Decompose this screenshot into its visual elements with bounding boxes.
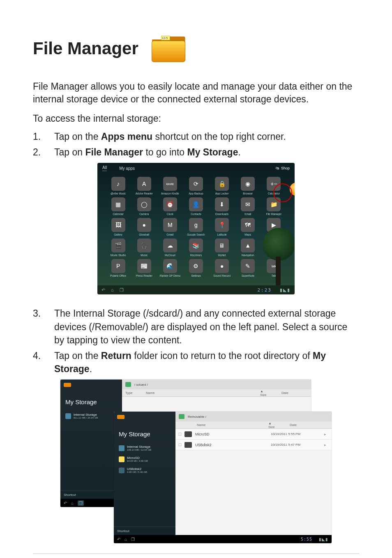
recent-icon[interactable]: ❐	[78, 500, 84, 506]
app-calendar[interactable]: ▦Calendar	[106, 197, 130, 215]
app-glowball[interactable]: ●Glowball	[132, 218, 156, 236]
source-internal[interactable]: Internal Storage148.14 MB / 12.94 GB	[114, 442, 175, 454]
app-email[interactable]: ✉Email	[236, 197, 260, 215]
status-icons: ▮◣▮	[280, 287, 291, 293]
internal-storage-icon	[65, 413, 71, 419]
col-name[interactable]: Name	[194, 423, 262, 427]
col-date[interactable]: Date	[286, 423, 332, 427]
file-row[interactable]: ☐USBdisk210/19/2011 5:47 PM▸	[175, 440, 332, 450]
shop-link[interactable]: 🛍 Shop	[276, 166, 290, 170]
app-settings[interactable]: ⚙Settings	[184, 259, 208, 277]
col-type[interactable]: Type	[122, 391, 143, 395]
step-num: 4.	[33, 349, 54, 375]
app-gmail[interactable]: MGmail	[158, 218, 182, 236]
source-internal[interactable]: Internal Storage811.11 MB / 25.94 GB	[60, 410, 122, 421]
app-clock[interactable]: ⏰Clock	[158, 197, 182, 215]
step-text: Tap on the Apps menu shortcut on the top…	[54, 130, 359, 143]
app-label: Latitude	[217, 233, 227, 236]
col-name[interactable]: Name	[143, 391, 254, 395]
app-icon: 🔒	[215, 177, 229, 191]
app-icon: 🗺	[241, 218, 255, 232]
app-camera[interactable]: ◯Camera	[132, 197, 156, 215]
app-icon: 📚	[189, 238, 203, 252]
app-icon: kindle	[163, 177, 177, 191]
checkbox[interactable]: ☐	[175, 443, 184, 447]
home-icon[interactable]: ⌂	[111, 287, 114, 292]
app-icon: ⬇	[215, 197, 229, 211]
checkbox[interactable]: ☐	[175, 432, 184, 436]
back-icon[interactable]: ↶	[117, 537, 120, 542]
file-date: 10/19/2011 5:47 PM	[271, 443, 324, 447]
app-google-search[interactable]: gGoogle Search	[184, 218, 208, 236]
app-riptide-gp-demo[interactable]: 🌊Riptide GP Demo	[158, 259, 182, 277]
app-supernote[interactable]: ✎SuperNote	[236, 259, 260, 277]
col-size[interactable]: ▲ Size	[254, 389, 278, 397]
app-amazon-kindle[interactable]: kindleAmazon Kindle	[158, 177, 182, 195]
app-sound-record[interactable]: ●Sound Record	[210, 259, 234, 277]
return-icon[interactable]	[179, 414, 184, 419]
app-maps[interactable]: 🗺Maps	[236, 218, 260, 236]
app-mycloud[interactable]: ☁MyCloud	[158, 238, 182, 257]
app--vibe-music[interactable]: ♪@vibe Music	[106, 177, 130, 195]
app-browser[interactable]: ◉Browser	[236, 177, 260, 195]
app-label: MyNet	[218, 254, 226, 257]
app-movie-studio[interactable]: 🎬Movie Studio	[106, 238, 130, 257]
app-icon: 🌊	[163, 259, 177, 273]
step-text: The Internal Storage (/sdcard/) and any …	[54, 307, 359, 347]
file-date: 10/19/2011 5:55 PM	[271, 432, 324, 436]
tab-my-apps[interactable]: My apps	[119, 166, 135, 171]
col-date[interactable]: Date	[278, 391, 311, 395]
source-usb[interactable]: USBdisk22.00 GB / 5.46 GB	[114, 465, 175, 476]
intro-text: File Manager allows you to easily locate…	[33, 80, 359, 106]
app-label: App Backup	[189, 192, 203, 195]
folder-icon: 12-5	[150, 33, 187, 64]
steps-list-b: 3. The Internal Storage (/sdcard/) and a…	[33, 307, 359, 375]
system-bar: ↶ ⌂ ❐ 5:55 ▮◣▮	[114, 535, 332, 543]
recent-icon[interactable]: ❐	[131, 537, 135, 542]
svg-rect-0	[152, 41, 185, 62]
app-label: Clock	[167, 213, 173, 215]
app-label: SuperNote	[242, 274, 254, 277]
source-microsd[interactable]: MicroSD64.00 kB / 3.69 GB	[114, 454, 175, 465]
step-num: 2.	[33, 146, 54, 159]
path-bar[interactable]: / sdcard /	[122, 380, 311, 389]
home-icon[interactable]: ⌂	[71, 501, 74, 505]
app-icon: 📰	[137, 259, 151, 273]
app-icon: M	[163, 218, 177, 232]
file-name: USBdisk2	[195, 443, 271, 447]
back-icon[interactable]: ↶	[101, 287, 105, 293]
app-polaris-office[interactable]: PPolaris Office	[106, 259, 130, 277]
app-latitude[interactable]: 📍Latitude	[210, 218, 234, 236]
app-mynet[interactable]: 🖥MyNet	[210, 238, 234, 257]
app-music[interactable]: 🎧Music	[132, 238, 156, 257]
app-label: Maps	[244, 233, 251, 236]
return-icon[interactable]	[125, 382, 131, 387]
app-icon: 📍	[215, 218, 229, 232]
usb-icon	[119, 468, 125, 473]
col-size[interactable]: ▲ Size	[262, 421, 286, 429]
app-app-locker[interactable]: 🔒App Locker	[210, 177, 234, 195]
app-gallery[interactable]: 🖼Gallery	[106, 218, 130, 236]
home-icon[interactable]: ⌂	[125, 537, 127, 542]
page-title: File Manager	[33, 39, 138, 58]
app-downloads[interactable]: ⬇Downloads	[210, 197, 234, 215]
chevron-right-icon: ▸	[324, 443, 332, 447]
app-label: App Locker	[215, 192, 229, 195]
app-press-reader[interactable]: 📰Press Reader	[132, 259, 156, 277]
app-icon: P	[111, 259, 125, 273]
app-contacts[interactable]: 👤Contacts	[184, 197, 208, 215]
path-bar[interactable]: Removable /	[175, 412, 332, 421]
app-app-backup[interactable]: ⟳App Backup	[184, 177, 208, 195]
folder-icon	[184, 442, 192, 448]
app-navigation[interactable]: ▲Navigation	[236, 238, 260, 257]
app-mylibrary[interactable]: 📚MyLibrary	[184, 238, 208, 257]
internal-storage-icon	[119, 445, 125, 451]
wallpaper-tree	[260, 228, 295, 285]
tab-all[interactable]: All	[102, 165, 107, 171]
app-label: Adobe Reader	[136, 192, 153, 195]
file-row[interactable]: ☐MicroSD10/19/2011 5:55 PM▸	[175, 429, 332, 440]
app-adobe-reader[interactable]: AAdobe Reader	[132, 177, 156, 195]
recent-icon[interactable]: ❐	[120, 287, 124, 293]
app-label: Google Search	[187, 233, 205, 236]
back-icon[interactable]: ↶	[64, 501, 67, 505]
